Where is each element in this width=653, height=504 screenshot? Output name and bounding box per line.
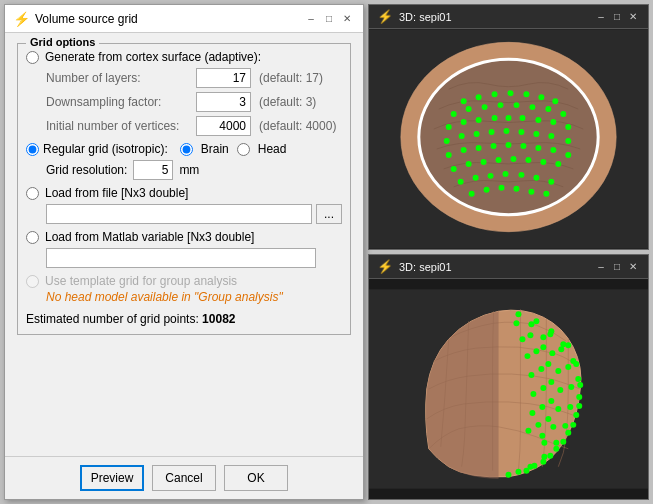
bottom-view-controls: – □ ✕ [594,260,640,274]
num-layers-default: (default: 17) [259,71,323,85]
group-legend: Grid options [26,36,99,48]
svg-point-110 [548,379,554,385]
svg-point-81 [573,361,579,367]
svg-point-17 [545,106,551,112]
downsampling-input[interactable] [196,92,251,112]
svg-point-105 [555,406,561,412]
svg-point-12 [466,106,472,112]
svg-point-101 [540,334,546,340]
bottom-view-maximize[interactable]: □ [610,260,624,274]
svg-point-7 [508,90,514,96]
svg-point-104 [557,387,563,393]
file-input-row: ... [26,204,342,224]
num-layers-input[interactable] [196,68,251,88]
load-file-radio[interactable] [26,187,39,200]
bottom-view-close[interactable]: ✕ [626,260,640,274]
svg-point-109 [545,361,551,367]
svg-point-94 [567,404,573,410]
regular-grid-label: Regular grid (isotropic): [43,142,168,156]
preview-button[interactable]: Preview [80,465,144,491]
svg-point-92 [565,364,571,370]
svg-point-30 [474,131,480,137]
regular-grid-options: Brain Head [180,142,287,156]
svg-point-38 [461,147,467,153]
browse-button[interactable]: ... [316,204,342,224]
svg-point-72 [576,394,582,400]
svg-point-16 [529,104,535,110]
load-matlab-row: Load from Matlab variable [Nx3 double] [26,230,342,268]
bottom-view-canvas [369,279,648,499]
svg-point-31 [489,129,495,135]
head-radio[interactable] [237,143,250,156]
svg-point-96 [553,440,559,446]
grid-resolution-input[interactable] [133,160,173,180]
generate-cortex-label: Generate from cortex surface (adaptive): [45,50,261,64]
num-layers-row: Number of layers: (default: 17) [26,68,342,88]
svg-point-14 [498,102,504,108]
load-matlab-radio-row: Load from Matlab variable [Nx3 double] [26,230,342,244]
brain-label: Brain [201,142,229,156]
svg-point-103 [555,368,561,374]
svg-point-123 [528,372,534,378]
svg-point-57 [503,171,509,177]
svg-point-52 [540,159,546,165]
svg-point-98 [527,464,533,470]
svg-point-106 [550,424,556,430]
downsampling-default: (default: 3) [259,95,316,109]
svg-point-76 [540,459,546,465]
grid-resolution-unit: mm [179,163,199,177]
svg-point-112 [545,416,551,422]
svg-point-114 [527,332,533,338]
top-view-canvas [369,29,648,249]
svg-point-47 [466,161,472,167]
svg-point-50 [510,156,516,162]
grid-resolution-label: Grid resolution: [46,163,127,177]
svg-point-10 [552,98,558,104]
svg-point-40 [491,143,497,149]
svg-point-13 [482,104,488,110]
dialog-title: Volume source grid [35,12,138,26]
svg-point-4 [461,98,467,104]
svg-point-23 [506,115,512,121]
maximize-button[interactable]: □ [321,11,337,27]
svg-point-108 [540,344,546,350]
svg-point-6 [492,91,498,97]
svg-point-24 [519,115,525,121]
svg-point-73 [573,412,579,418]
top-view-minimize[interactable]: – [594,10,608,24]
svg-point-65 [528,189,534,195]
minimize-button[interactable]: – [303,11,319,27]
use-template-radio[interactable] [26,275,39,288]
svg-point-89 [533,318,539,324]
svg-point-102 [549,350,555,356]
initial-vertices-row: Initial number of vertices: (default: 40… [26,116,342,136]
svg-point-15 [513,102,519,108]
svg-point-56 [488,173,494,179]
svg-point-46 [451,166,457,172]
close-button[interactable]: ✕ [339,11,355,27]
cancel-button[interactable]: Cancel [152,465,216,491]
svg-point-39 [476,145,482,151]
load-matlab-radio[interactable] [26,231,39,244]
svg-point-41 [506,142,512,148]
top-view-maximize[interactable]: □ [610,10,624,24]
matlab-variable-input[interactable] [46,248,316,268]
regular-grid-radio[interactable] [26,143,39,156]
top-view-close[interactable]: ✕ [626,10,640,24]
num-layers-label: Number of layers: [46,71,196,85]
svg-point-55 [473,175,479,181]
file-path-input[interactable] [46,204,312,224]
initial-vertices-input[interactable] [196,116,251,136]
ok-button[interactable]: OK [224,465,288,491]
svg-point-44 [550,147,556,153]
svg-point-86 [547,453,553,459]
svg-point-113 [539,433,545,439]
svg-point-84 [570,422,576,428]
brain-radio[interactable] [180,143,193,156]
load-file-radio-row: Load from file [Nx3 double] [26,186,342,200]
svg-point-116 [538,366,544,372]
svg-point-28 [444,138,450,144]
bottom-view-minimize[interactable]: – [594,260,608,274]
generate-cortex-radio[interactable] [26,51,39,64]
svg-point-99 [515,311,521,317]
